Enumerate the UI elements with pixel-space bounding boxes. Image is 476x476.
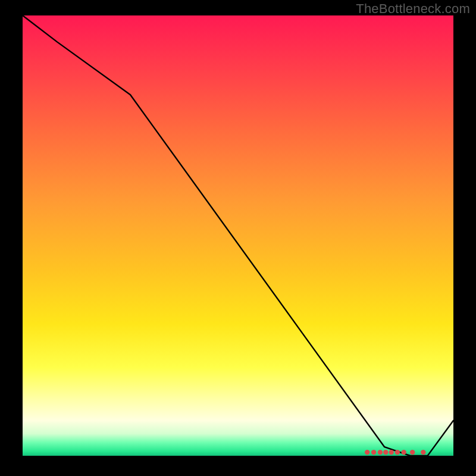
- marker-dot: [410, 450, 415, 455]
- marker-dot: [389, 450, 394, 455]
- chart-frame: TheBottleneck.com: [0, 0, 476, 476]
- marker-dot: [378, 450, 383, 455]
- marker-dot: [402, 450, 406, 455]
- marker-dot: [383, 450, 388, 455]
- marker-dot: [421, 450, 425, 455]
- watermark-text: TheBottleneck.com: [356, 1, 470, 17]
- chart-svg: [23, 15, 453, 456]
- marker-dot: [365, 450, 369, 455]
- curve-line: [23, 15, 453, 456]
- marker-dot: [395, 450, 400, 455]
- marker-dot: [371, 450, 376, 455]
